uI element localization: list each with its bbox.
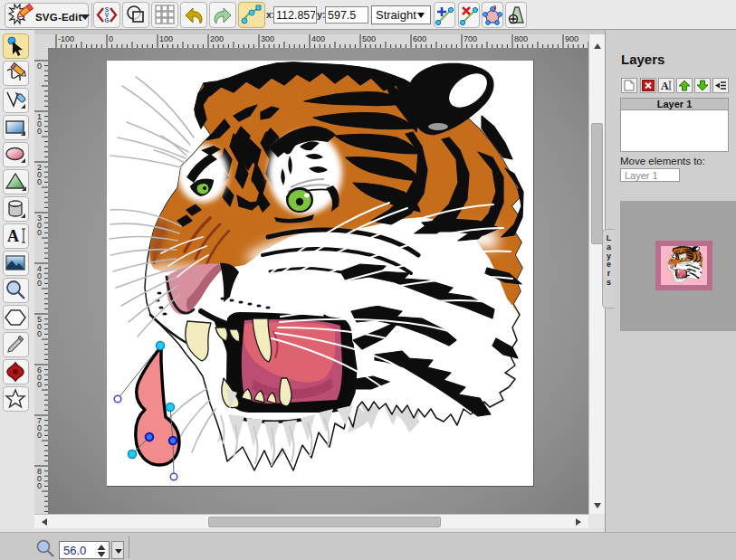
svg-text:A: A [7,227,19,245]
svg-text:-100: -100 [58,34,74,43]
svg-text:900: 900 [565,34,578,43]
svg-text:0: 0 [37,228,42,237]
svg-text:0: 0 [37,481,42,490]
svg-text:A: A [661,80,669,92]
svg-text:0: 0 [37,177,42,186]
svg-text:300: 300 [261,34,274,43]
svg-text:G: G [104,17,109,24]
svg-text:500: 500 [362,34,376,43]
svg-text:0: 0 [37,380,42,389]
svg-text:0: 0 [109,34,113,43]
svg-text:0: 0 [37,127,42,136]
svg-text:700: 700 [464,34,477,43]
svg-text:0: 0 [37,279,42,288]
svg-text:0: 0 [37,62,42,71]
svg-text:200: 200 [210,34,224,43]
svg-text:600: 600 [413,34,426,43]
svg-text:100: 100 [159,34,173,43]
svg-text:800: 800 [514,34,528,43]
svg-text:400: 400 [311,34,325,43]
svg-text:0: 0 [37,329,42,338]
svg-text:0: 0 [37,431,42,440]
